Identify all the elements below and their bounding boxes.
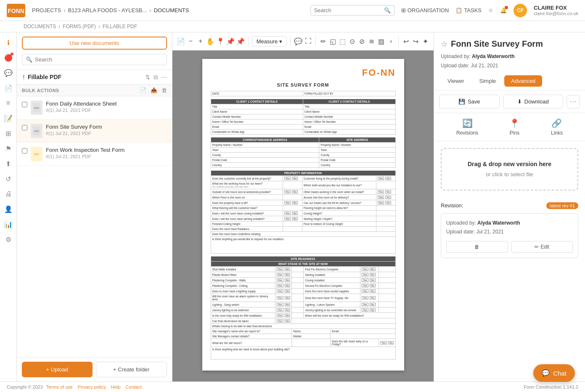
global-search-input[interactable] — [314, 7, 381, 13]
filter-icon[interactable]: ⊟ — [154, 74, 158, 80]
save-button[interactable]: 💾 Save — [439, 95, 500, 109]
help-link[interactable]: Help — [111, 384, 121, 389]
chat-button[interactable]: 💬 Chat — [533, 364, 575, 382]
user-email: claire.fox@fonn.co.uk — [534, 11, 578, 16]
bulk-export-icon[interactable]: 📤 — [151, 87, 157, 93]
breadcrumb2-forms[interactable]: FORMS (PDF) — [63, 24, 96, 29]
sidebar-btn-settings[interactable]: ⚙ — [2, 233, 15, 246]
sidebar-btn-print[interactable]: 🖨 — [2, 187, 15, 201]
toolbar-line-btn[interactable]: ⊘ — [358, 35, 366, 48]
app-logo[interactable]: FONN — [7, 4, 25, 17]
sidebar-btn-flag[interactable]: ⚑ — [2, 142, 15, 155]
privacy-link[interactable]: Privacy policy — [78, 384, 106, 389]
toolbar-pen-btn[interactable]: ✏ — [319, 35, 327, 48]
toolbar-circle-btn[interactable]: ⊙ — [348, 35, 356, 48]
file-name-1: Fonn Site Survey Form — [46, 124, 167, 130]
tab-viewer[interactable]: Viewer — [441, 75, 471, 87]
file-checkbox-2[interactable] — [22, 148, 27, 154]
sidebar-btn-list[interactable]: ≡ — [2, 96, 15, 110]
sidebar-btn-history[interactable]: ↺ — [2, 172, 15, 185]
title-star-icon[interactable]: ☆ — [441, 40, 447, 49]
file-name-0: Fonn Daily Attendance Sheet — [46, 101, 167, 107]
file-checkbox-0[interactable] — [22, 102, 27, 107]
toolbar-select-btn[interactable]: ⬚ — [339, 35, 347, 48]
revisions-icon: 🔄 — [462, 118, 473, 128]
sidebar-btn-forms[interactable]: 📝 — [2, 111, 15, 125]
revision-badge: latest rev #1 — [546, 202, 578, 209]
sidebar-btn-upload2[interactable]: ⬆ — [2, 157, 15, 170]
sidebar-btn-grid[interactable]: ⊞ — [2, 127, 15, 140]
breadcrumb2-docs[interactable]: DOCUMENTS — [24, 24, 56, 29]
doc-content[interactable]: FO-NN SITE SURVEY FORM DATE FORM FILLED … — [172, 50, 434, 381]
notifications-btn[interactable]: 🔔 — [500, 7, 507, 13]
file-icon-2: PDF — [31, 147, 42, 161]
avatar[interactable]: CF — [514, 4, 527, 17]
toolbar-zoom-in-btn[interactable]: + — [196, 35, 204, 48]
favourites-btn[interactable]: ☆ — [488, 7, 493, 13]
contact-link[interactable]: Contact — [126, 384, 142, 389]
terms-link[interactable]: Terms of use — [46, 384, 73, 389]
revision-delete-btn[interactable]: 🗑 — [446, 241, 508, 253]
tab-advanced[interactable]: Advanced — [504, 75, 542, 87]
sort-icon[interactable]: ⇅ — [146, 74, 150, 80]
search-icon: 🔍 — [384, 7, 391, 13]
sidebar-btn-chat[interactable]: 💬 — [2, 66, 15, 79]
toolbar-clear-btn[interactable]: ✦ — [421, 35, 429, 48]
svg-text:FONN: FONN — [8, 8, 24, 14]
revisions-item[interactable]: 🔄 Revisions — [456, 118, 478, 136]
tasks-icon: 📋 — [455, 7, 462, 13]
toolbar-pin2-btn[interactable]: 📌 — [226, 35, 235, 48]
bulk-trash-icon[interactable]: 🗑 — [161, 87, 167, 93]
more-icon[interactable]: ⋯ — [161, 74, 167, 80]
download-button[interactable]: ⬇ Download — [503, 95, 564, 109]
use-new-docs-button[interactable]: Use new documents — [22, 37, 167, 50]
toolbar-hand-btn[interactable]: ✋ — [206, 35, 214, 48]
toolbar-zoom-out-btn[interactable]: − — [187, 35, 195, 48]
toolbar-redo-btn[interactable]: ↪ — [412, 35, 420, 48]
toolbar-undo-btn[interactable]: ↩ — [402, 35, 410, 48]
drop-zone[interactable]: Drag & drop new version here or click to… — [441, 148, 578, 191]
organisation-btn[interactable]: ⊞ ORGANISATION — [401, 7, 449, 13]
breadcrumb-project[interactable]: B123 ARLA FOODS - AYLESB... — [68, 7, 147, 13]
create-folder-button[interactable]: + Create folder — [96, 362, 167, 377]
toolbar-comment-btn[interactable]: 💬 — [294, 35, 302, 48]
upload-button[interactable]: + Upload — [22, 362, 93, 377]
toolbar-pin3-btn[interactable]: 📌 — [236, 35, 245, 48]
toolbar-expand-btn[interactable]: ⛶ — [304, 35, 312, 48]
file-info-1: #(1) Jul 21, 2021 PDF — [46, 131, 167, 136]
file-item-1[interactable]: PDF Fonn Site Survey Form #(1) Jul 21, 2… — [17, 119, 172, 143]
tab-simple[interactable]: Simple — [473, 75, 503, 87]
toolbar-shape1-btn[interactable]: ◱ — [329, 35, 337, 48]
bottom-bar: Copyright © 2023 Terms of use Privacy po… — [0, 381, 585, 392]
toolbar-stripe-btn[interactable]: ≋ — [368, 35, 376, 48]
toolbar-sep-3 — [315, 36, 316, 46]
toolbar-more2-btn[interactable]: › — [387, 35, 395, 48]
star-icon: ☆ — [488, 7, 493, 13]
tasks-btn[interactable]: 📋 TASKS — [455, 7, 482, 13]
toolbar-fill-btn[interactable]: ▨ — [377, 35, 385, 48]
measure-button[interactable]: Measure ▾ — [252, 36, 287, 47]
file-item-2[interactable]: PDF Fonn Work Inspection Test Form #(1) … — [17, 143, 172, 166]
toolbar-pin1-btn[interactable]: 📍 — [216, 35, 225, 48]
toolbar-upload-btn[interactable]: 📄 — [177, 35, 185, 48]
sidebar-btn-chart[interactable]: 📊 — [2, 217, 15, 231]
panel-search-box[interactable]: 🔍 — [22, 54, 167, 65]
sidebar-btn-notifications[interactable]: 🔴 — [2, 51, 15, 64]
breadcrumb2-current: FILLABLE PDF — [103, 24, 137, 29]
sidebar-btn-docs[interactable]: 📄 — [2, 81, 15, 95]
right-panel: ☆ Fonn Site Survey Form Uploaded by: Aly… — [434, 32, 585, 381]
revision-edit-btn[interactable]: ✏ Edit — [511, 241, 573, 253]
measure-chevron-icon: ▾ — [279, 38, 282, 45]
action-more-btn[interactable]: ⋯ — [566, 95, 580, 109]
bulk-file-icon[interactable]: 📄 — [140, 87, 146, 93]
breadcrumb-projects[interactable]: PROJECTS — [32, 7, 61, 13]
svg-text:PDF: PDF — [34, 153, 39, 156]
panel-search-input[interactable] — [35, 56, 163, 63]
pins-item[interactable]: 📍 Pins — [509, 118, 520, 136]
sidebar-btn-info[interactable]: ℹ — [2, 36, 15, 49]
links-item[interactable]: 🔗 Links — [551, 118, 563, 136]
global-search-box[interactable]: 🔍 — [310, 5, 394, 16]
sidebar-btn-person[interactable]: 👤 — [2, 202, 15, 216]
file-item-0[interactable]: PDF Fonn Daily Attendance Sheet #(1) Jul… — [17, 96, 172, 119]
file-checkbox-1[interactable] — [22, 125, 27, 130]
